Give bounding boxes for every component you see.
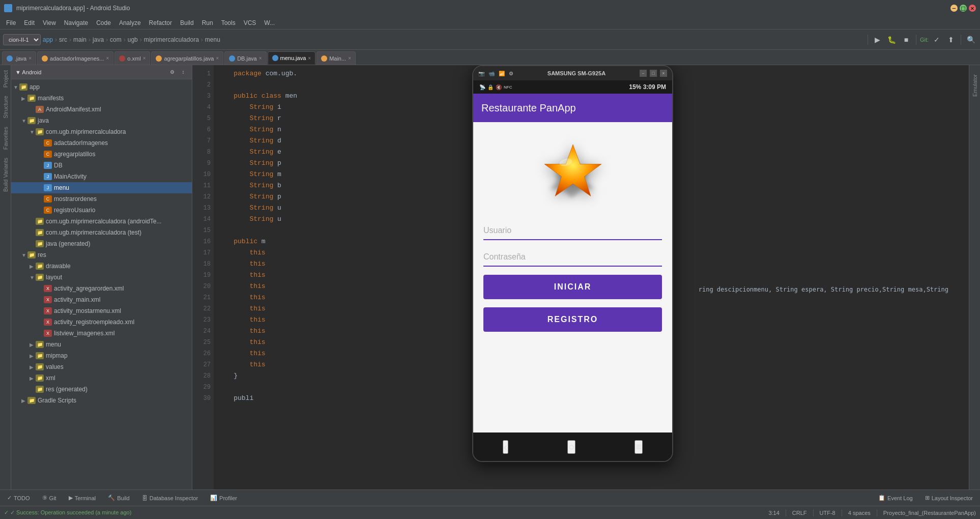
tree-item[interactable]: 📁com.ugb.miprimercalculadora (test) [11,227,192,238]
tree-item[interactable]: ▼📁java [11,115,192,126]
panel-build-variants[interactable]: Build Variants [3,155,9,195]
breadcrumb-com[interactable]: com [110,36,122,43]
search-btn[interactable]: 🔍 [965,34,977,46]
tab-java[interactable]: .java × [2,51,36,65]
git-commit-btn[interactable]: ✓ [931,34,943,46]
tab-close[interactable]: × [28,55,32,61]
minimize-button[interactable]: − [950,5,958,12]
maximize-button[interactable]: □ [960,5,967,12]
tab-close[interactable]: × [106,55,109,61]
tree-item[interactable]: ▼📁res [11,249,192,261]
nav-back-btn[interactable]: ‹ [503,440,508,454]
tree-item[interactable]: Jmenu [11,182,192,193]
tree-item[interactable]: Xactivity_registroempleado.xml [11,316,192,328]
tree-item[interactable]: Xactivity_agregarorden.xml [11,283,192,294]
tab-close[interactable]: × [143,55,146,61]
tree-item[interactable]: ▼📁app [11,81,192,93]
breadcrumb-src[interactable]: src [59,36,67,43]
phone-close[interactable]: × [660,70,667,77]
tool-layout-inspector[interactable]: ⊞ Layout Inspector [922,494,976,502]
tool-profiler[interactable]: 📊 Profiler [207,494,240,502]
tab-menu[interactable]: menu.java × [268,51,316,65]
toolbar-stop-btn[interactable]: ■ [900,34,912,46]
breadcrumb-main[interactable]: main [73,36,87,43]
tab-db[interactable]: DB.java × [224,51,266,65]
password-input[interactable] [483,248,662,267]
breadcrumb-java[interactable]: java [93,36,104,43]
tree-item[interactable]: ▶📁mipmap [11,350,192,361]
status-project[interactable]: Proyecto_final_(RestaurantePanApp) [883,510,976,516]
breadcrumb-menu[interactable]: menu [205,36,220,43]
tab-agregar[interactable]: agregarplatillos.java × [151,51,223,65]
tab-main[interactable]: Main... × [316,51,356,65]
menu-code[interactable]: Code [92,18,115,27]
login-button[interactable]: INICIAR [483,275,662,299]
breadcrumb-app[interactable]: app [43,36,53,43]
register-button[interactable]: REGISTRO [483,307,662,332]
panel-favorites[interactable]: Favorites [3,124,9,153]
tab-close[interactable]: × [216,55,219,61]
menu-run[interactable]: Run [198,18,217,27]
tree-item[interactable]: JMainActivity [11,171,192,182]
tool-todo[interactable]: ✓ TODO [4,494,33,502]
tree-item[interactable]: CregistroUsuario [11,205,192,216]
tab-adactador[interactable]: adactadorImagenes... × [37,51,113,65]
menu-w[interactable]: W... [260,18,279,27]
toolbar-debug-btn[interactable]: 🐛 [886,34,898,46]
status-indent[interactable]: 4 spaces [848,510,871,516]
phone-maximize[interactable]: □ [650,70,657,77]
menu-file[interactable]: File [2,18,20,27]
menu-navigate[interactable]: Navigate [60,18,92,27]
tab-xml[interactable]: o.xml × [114,51,150,65]
tree-item[interactable]: Xlistview_imagenes.xml [11,328,192,339]
tab-close[interactable]: × [308,55,311,61]
username-input[interactable] [483,222,662,240]
project-sync-btn[interactable]: ↕ [179,68,188,77]
menu-tools[interactable]: Tools [217,18,240,27]
breadcrumb-pkg[interactable]: miprimercalculadora [144,36,199,43]
nav-menu-btn[interactable]: ≡ [635,440,643,454]
tree-item[interactable]: ▶📁values [11,361,192,372]
nav-home-btn[interactable]: ○ [567,440,575,454]
tree-item[interactable]: ▶📁xml [11,372,192,384]
tab-close[interactable]: × [259,55,262,61]
panel-emulator[interactable]: Emulator [972,71,978,100]
tree-item[interactable]: Xactivity_mostarmenu.xml [11,305,192,316]
tree-item[interactable]: JDB [11,160,192,171]
toolbar-run-btn[interactable]: ▶ [872,34,884,46]
tree-item[interactable]: ▶📁manifests [11,93,192,104]
menu-build[interactable]: Build [176,18,198,27]
tree-item[interactable]: Cmostrarordenes [11,193,192,205]
tool-git[interactable]: ⑨ Git [39,494,60,502]
menu-view[interactable]: View [39,18,60,27]
tree-item[interactable]: ▶📁drawable [11,261,192,272]
tree-item[interactable]: ▼📁layout [11,272,192,283]
phone-minimize[interactable]: − [640,70,647,77]
menu-vcs[interactable]: VCS [240,18,261,27]
tree-item[interactable]: ▶📁Gradle Scripts [11,395,192,406]
tree-item[interactable]: AAndroidManifest.xml [11,104,192,115]
tree-item[interactable]: ▼📁com.ugb.miprimercalculadora [11,126,192,137]
status-encoding[interactable]: UTF-8 [820,510,835,516]
tool-terminal[interactable]: ▶ Terminal [66,494,99,502]
menu-refactor[interactable]: Refactor [145,18,176,27]
breadcrumb-ugb[interactable]: ugb [128,36,138,43]
menu-analyze[interactable]: Analyze [115,18,145,27]
close-button[interactable]: × [969,5,976,12]
panel-structure[interactable]: Structure [3,93,9,122]
tool-build[interactable]: 🔨 Build [105,494,132,502]
project-settings-btn[interactable]: ⚙ [167,68,177,77]
tree-item[interactable]: CadactadorImagenes [11,137,192,149]
tree-item[interactable]: 📁java (generated) [11,238,192,249]
menu-edit[interactable]: Edit [20,18,39,27]
status-line-ending[interactable]: CRLF [792,510,807,516]
tab-close[interactable]: × [348,55,351,61]
tree-item[interactable]: ▶📁menu [11,339,192,350]
panel-project[interactable]: Project [3,67,9,91]
project-selector[interactable]: cion-II-1 [3,34,41,45]
tool-database[interactable]: 🗄 Database Inspector [139,494,201,502]
status-position[interactable]: 3:14 [768,510,779,516]
tool-event-log[interactable]: 📋 Event Log [875,494,916,502]
tree-item[interactable]: Cagregarplatillos [11,149,192,160]
tree-item[interactable]: Xactivity_main.xml [11,294,192,305]
